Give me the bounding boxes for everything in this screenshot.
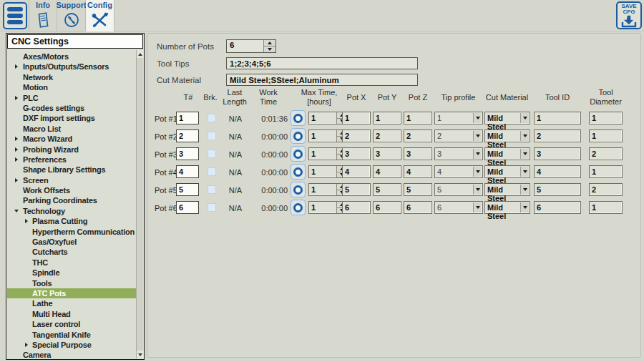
sidebar-item-screen[interactable]: Screen (7, 175, 136, 185)
chevron-down-icon[interactable] (520, 202, 529, 212)
tip-profile-select[interactable]: 6 (434, 201, 483, 214)
tool-tips-input[interactable]: 1;2;3;4;5;6 (226, 57, 418, 69)
save-cfg-button[interactable]: SAVE CFG (616, 1, 642, 29)
tool-diameter-input[interactable]: 2 (589, 147, 623, 160)
pot-y-input[interactable]: 2 (373, 129, 401, 142)
brk-checkbox[interactable] (208, 114, 216, 122)
expander-open-icon[interactable] (14, 210, 19, 212)
spin-down-icon[interactable] (264, 47, 275, 52)
tool-diameter-input[interactable]: 2 (589, 183, 623, 196)
sidebar-item-work-offsets[interactable]: Work Offsets (7, 185, 136, 195)
brk-checkbox[interactable] (208, 132, 216, 140)
tip-profile-select[interactable]: 2 (434, 129, 483, 142)
expander-closed-icon[interactable] (25, 219, 28, 223)
sidebar-item-preferences[interactable]: Preferences (7, 155, 136, 165)
expander-closed-icon[interactable] (15, 64, 18, 69)
sidebar-item-axes-motors[interactable]: Axes/Motors (7, 52, 136, 62)
cut-material-select[interactable]: Mild Steel (484, 112, 530, 124)
tool-number-input[interactable]: 2 (176, 129, 199, 142)
tool-number-input[interactable]: 3 (176, 147, 199, 160)
config-button[interactable]: Config (86, 0, 114, 31)
pot-x-input[interactable]: 3 (342, 147, 371, 160)
pot-y-input[interactable]: 6 (373, 201, 401, 214)
tool-diameter-input[interactable]: 1 (589, 165, 623, 178)
spin-up-icon[interactable] (264, 40, 275, 47)
menu-button[interactable] (3, 2, 27, 29)
sidebar-item-hypertherm-communication[interactable]: Hypertherm Communication (7, 227, 136, 237)
pot-z-input[interactable]: 3 (404, 147, 432, 160)
expander-closed-icon[interactable] (15, 96, 18, 100)
tool-number-input[interactable]: 1 (176, 112, 199, 124)
pot-y-input[interactable]: 1 (373, 112, 401, 124)
tool-id-input[interactable]: 3 (534, 147, 581, 160)
tip-profile-select[interactable]: 4 (434, 165, 483, 178)
pot-x-input[interactable]: 5 (342, 183, 371, 196)
sidebar-item-thc[interactable]: THC (7, 258, 136, 268)
chevron-down-icon[interactable] (473, 131, 482, 141)
sidebar-item-technology[interactable]: Technology (7, 206, 136, 216)
tool-number-input[interactable]: 4 (176, 165, 199, 178)
sidebar-item-macro-wizard[interactable]: Macro Wizard (7, 134, 136, 144)
chevron-down-icon[interactable] (473, 202, 482, 212)
max-time-spinner[interactable]: 1 (308, 129, 347, 142)
tool-id-input[interactable]: 1 (534, 112, 581, 124)
max-time-spinner[interactable]: 1 (308, 147, 347, 160)
brk-checkbox[interactable] (208, 185, 216, 194)
sidebar-item-spindle[interactable]: Spindle (7, 268, 136, 278)
sidebar-item-dxf-import-settings[interactable]: DXF import settings (7, 113, 136, 123)
max-time-spinner[interactable]: 1 (308, 112, 347, 124)
pot-y-input[interactable]: 5 (373, 183, 401, 196)
tip-profile-select[interactable]: 5 (434, 183, 483, 196)
brk-checkbox[interactable] (208, 167, 216, 176)
tool-number-input[interactable]: 5 (176, 183, 199, 196)
tool-id-input[interactable]: 2 (534, 129, 581, 142)
brk-checkbox[interactable] (208, 150, 216, 158)
chevron-down-icon[interactable] (520, 167, 529, 177)
reset-time-button[interactable] (291, 182, 306, 197)
chevron-down-icon[interactable] (520, 113, 529, 123)
sidebar-item-gas-oxyfuel[interactable]: Gas/Oxyfuel (7, 237, 136, 247)
pot-y-input[interactable]: 3 (373, 147, 401, 160)
info-button[interactable]: Info (29, 0, 57, 31)
sidebar-scrollbar[interactable] (136, 50, 143, 358)
sidebar-item-probing-wizard[interactable]: Probing Wizard (7, 145, 136, 155)
cut-material-select[interactable]: Mild Steel (484, 129, 530, 142)
tool-id-input[interactable]: 6 (534, 201, 581, 214)
max-time-spinner[interactable]: 1 (308, 201, 347, 214)
tool-diameter-input[interactable]: 1 (589, 129, 623, 142)
sidebar-item-laser-control[interactable]: Laser control (7, 319, 136, 329)
tool-number-input[interactable]: 6 (176, 201, 199, 214)
sidebar-item-motion[interactable]: Motion (7, 82, 136, 92)
pot-x-input[interactable]: 4 (342, 165, 371, 178)
chevron-down-icon[interactable] (520, 185, 529, 195)
tool-id-input[interactable]: 4 (534, 165, 581, 178)
reset-time-button[interactable] (291, 146, 306, 162)
expander-closed-icon[interactable] (15, 178, 18, 182)
pot-z-input[interactable]: 2 (404, 129, 432, 142)
max-time-spinner[interactable]: 1 (308, 165, 347, 178)
tip-profile-select[interactable]: 3 (434, 147, 483, 160)
chevron-down-icon[interactable] (473, 113, 482, 123)
tip-profile-select[interactable]: 1 (434, 112, 483, 124)
sidebar-item-plc[interactable]: PLC (7, 93, 136, 103)
cut-material-select[interactable]: Mild Steel (484, 183, 530, 196)
sidebar-item-g-codes-settings[interactable]: G-codes settings (7, 103, 136, 113)
chevron-down-icon[interactable] (473, 149, 482, 159)
max-time-spinner[interactable]: 1 (308, 183, 347, 196)
chevron-down-icon[interactable] (520, 149, 529, 159)
brk-checkbox[interactable] (208, 203, 216, 212)
pot-z-input[interactable]: 5 (404, 183, 432, 196)
cut-material-input[interactable]: Mild Steel;SSteel;Aluminum (226, 74, 418, 86)
sidebar-item-cutcharts[interactable]: Cutcharts (7, 247, 136, 257)
tool-id-input[interactable]: 5 (534, 183, 581, 196)
sidebar-item-special-purpose[interactable]: Special Purpose (7, 340, 136, 350)
chevron-down-icon[interactable] (473, 167, 482, 177)
pot-x-input[interactable]: 1 (342, 112, 371, 124)
sidebar-item-plasma-cutting[interactable]: Plasma Cutting (7, 216, 136, 226)
sidebar-item-inputs-outputs-sensors[interactable]: Inputs/Outputs/Sensors (7, 62, 136, 72)
reset-time-button[interactable] (291, 110, 306, 126)
chevron-down-icon[interactable] (473, 185, 482, 195)
expander-closed-icon[interactable] (15, 137, 18, 141)
reset-time-button[interactable] (291, 164, 306, 180)
cut-material-select[interactable]: Mild Steel (484, 165, 530, 178)
